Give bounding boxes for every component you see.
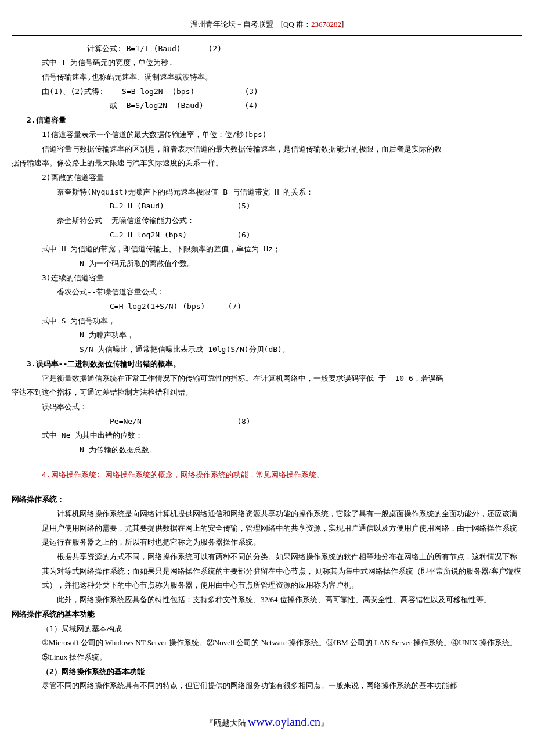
body-line: 式中 S 为信号功率， (12, 314, 522, 329)
body-line: 3)连续的信道容量 (12, 271, 522, 286)
formula-line: 由(1)、(2)式得: S=B log2N (bps) (3) (12, 85, 522, 99)
body-line: 奈奎斯特(Nyquist)无噪声下的码元速率极限值 B 与信道带宽 H 的关系： (12, 185, 522, 200)
page-footer: 『瓯越大陆|www.oyland.cn』 (12, 711, 522, 733)
footer-suffix: 』 (320, 719, 329, 728)
body-line: 式中 Ne 为其中出错的位数； (12, 429, 522, 443)
body-line: （1）局域网的基本构成 (12, 622, 522, 636)
body-line: 尽管不同的网络操作系统具有不同的特点，但它们提供的网络服务功能有很多相同点。一般… (12, 679, 522, 693)
body-line: 据传输速率。像公路上的最大限速与汽车实际速度的关系一样。 (12, 156, 522, 171)
body-line: 香农公式--带噪信道容量公式： (12, 285, 522, 300)
body-line: N 为一个码元所取的离散值个数。 (12, 257, 522, 271)
os-fn-heading: 网络操作系统的基本功能 (12, 607, 522, 622)
body-line: 信号传输速率,也称码元速率、调制速率或波特率。 (12, 70, 522, 85)
body-line: 1)信道容量表示一个信道的最大数据传输速率，单位：位/秒(bps) (12, 128, 522, 142)
formula-line: C=H log2(1+S/N) (bps) (7) (12, 300, 522, 314)
page-header: 温州青年论坛－自考联盟 [QQ 群：23678282] (12, 17, 522, 36)
body-line: 式中 T 为信号码元的宽度，单位为秒. (12, 56, 522, 70)
formula-line: 计算公式: B=1/T (Baud) (2) (12, 42, 522, 56)
body-line: S/N 为信噪比，通常把信噪比表示成 10lg(S/N)分贝(dB)。 (12, 343, 522, 357)
section-heading-4: 4.网络操作系统: 网络操作系统的概念，网络操作系统的功能．常见网络操作系统。 (12, 468, 522, 483)
body-line: N 为噪声功率， (12, 328, 522, 343)
os-heading: 网络操作系统： (12, 492, 522, 507)
paragraph: 计算机网络操作系统是向网络计算机提供网络通信和网络资源共享功能的操作系统，它除了… (12, 507, 522, 550)
section-heading-3: 3.误码率--二进制数据位传输时出错的概率。 (12, 357, 522, 372)
body-line: 它是衡量数据通信系统在正常工作情况下的传输可靠性的指标。在计算机网络中，一般要求… (12, 372, 522, 386)
body-line: 率达不到这个指标，可通过差错控制方法检错和纠错。 (12, 386, 522, 400)
section-heading-2: 2.信道容量 (12, 113, 522, 128)
body-line: ①Microsoft 公司的 Windows NT Server 操作系统。②N… (12, 636, 522, 664)
body-line: N 为传输的数据总数。 (12, 443, 522, 458)
body-line: 式中 H 为信道的带宽，即信道传输上、下限频率的差值，单位为 Hz； (12, 242, 522, 257)
body-line: 奈奎斯特公式--无噪信道传输能力公式： (12, 214, 522, 228)
footer-url[interactable]: www.oyland.cn (248, 715, 320, 728)
formula-line: 或 B=S/log2N (Baud) (4) (12, 99, 522, 113)
body-line: 误码率公式： (12, 400, 522, 415)
header-qq-number: 23678282 (311, 20, 341, 28)
formula-line: Pe=Ne/N (8) (12, 415, 522, 429)
paragraph: 此外，网络操作系统应具备的特性包括：支持多种文件系统、32/64 位操作系统、高… (12, 593, 522, 607)
formula-line: C=2 H log2N (bps) (6) (12, 228, 522, 243)
document-page: 温州青年论坛－自考联盟 [QQ 群：23678282] 计算公式: B=1/T … (0, 0, 534, 756)
body-line: 2)离散的信道容量 (12, 171, 522, 185)
formula-line: B=2 H (Baud) (5) (12, 199, 522, 214)
paragraph: 根据共享资源的方式不同，网络操作系统可以有两种不同的分类。如果网络操作系统的软件… (12, 550, 522, 593)
header-site: 温州青年论坛－自考联盟 (190, 20, 273, 28)
header-qq-label: [QQ 群： (281, 20, 311, 28)
body-line: （2）网络操作系统的基本功能 (12, 665, 522, 679)
body-line: 信道容量与数据传输速率的区别是，前者表示信道的最大数据传输速率，是信道传输数据能… (12, 142, 522, 157)
header-qq-close: ] (341, 20, 344, 28)
footer-prefix: 『瓯越大陆| (205, 719, 248, 728)
